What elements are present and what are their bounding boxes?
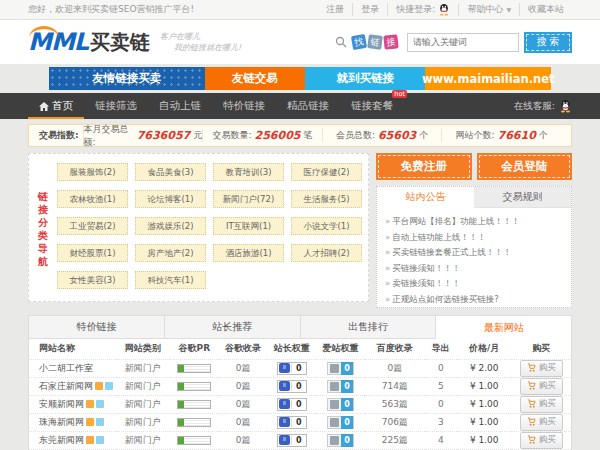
outlinks: 5 [425, 377, 458, 395]
price: ¥ 1.00 [457, 413, 511, 431]
cart-icon [527, 399, 536, 408]
banner-segment-3[interactable]: 就到买链接 [305, 67, 425, 90]
category-link[interactable]: 农林牧渔(1) [57, 190, 128, 208]
nav-item-home[interactable]: 首页 [28, 93, 84, 119]
announcement-item[interactable]: »买链接须知！！！ [385, 261, 563, 277]
baidu-index: 563篇 [365, 395, 425, 413]
nav-item-special-links[interactable]: 特价链接 [212, 93, 276, 119]
aizhan-icon [330, 382, 339, 391]
category-link[interactable]: 女性美容(3) [57, 271, 128, 289]
main-nav: 首页 链接筛选 自动上链 特价链接 精品链接 链接套餐 hot 在线客服: [0, 93, 600, 119]
tab-sales-ranking[interactable]: 出售排行 [301, 316, 437, 338]
baidu-index: 225篇 [365, 431, 425, 449]
category-link[interactable]: 新闻门户(72) [213, 190, 284, 208]
category-link[interactable]: 游戏娱乐(2) [135, 217, 206, 235]
category-link[interactable]: 人才招聘(2) [291, 244, 362, 262]
tab-trade-rules[interactable]: 交易规则 [474, 187, 571, 208]
category-link[interactable]: 小说文学(1) [291, 217, 362, 235]
announcement-item[interactable]: »卖链接须知！！！ [385, 276, 563, 292]
gold-badge-icon [86, 400, 94, 408]
bullet-icon: » [385, 278, 390, 288]
buy-button[interactable]: 购买 [520, 414, 563, 431]
category-link[interactable]: 服装服饰(2) [57, 163, 128, 181]
buy-button[interactable]: 购买 [520, 396, 563, 413]
free-register-button[interactable]: 免费注册 [376, 153, 472, 180]
banner-segment-2[interactable]: 友链交易 [205, 67, 305, 90]
nav-item-auto-link[interactable]: 自动上链 [148, 93, 212, 119]
announcement-item[interactable]: »平台网站【排名】功能上线！！！ [385, 214, 563, 230]
online-service[interactable]: 在线客服: [514, 93, 572, 119]
help-center-link[interactable]: 帮助中心 ▼ [459, 3, 520, 16]
blue-badge-icon [96, 436, 104, 444]
category-link[interactable]: 科技汽车(1) [135, 271, 206, 289]
webmaster-weight-badge: 0 [277, 380, 307, 393]
nav-item-link-packages[interactable]: 链接套餐 hot [340, 93, 404, 119]
google-pr-bar [177, 382, 211, 391]
blue-badge-icon [96, 400, 104, 408]
nav-item-premium-links[interactable]: 精品链接 [276, 93, 340, 119]
quick-login[interactable]: 快捷登录: [388, 3, 459, 16]
nav-item-link-filter[interactable]: 链接筛选 [84, 93, 148, 119]
tab-special-links[interactable]: 特价链接 [29, 316, 165, 338]
site-name-link[interactable]: 小二胡工作室 [39, 363, 93, 373]
qq-icon[interactable] [438, 3, 450, 16]
bookmark-link[interactable]: 收藏本站 [520, 3, 572, 16]
site-name-link[interactable]: 安顺新闻网 [39, 399, 84, 409]
cart-icon [527, 417, 536, 426]
gold-badge-icon [86, 418, 94, 426]
search-input[interactable] [407, 33, 519, 52]
category-link[interactable]: IT互联网(1) [213, 217, 284, 235]
bullet-icon: » [385, 294, 390, 304]
category-link[interactable]: 教育培训(3) [213, 163, 284, 181]
category-link[interactable]: 医疗保健(2) [291, 163, 362, 181]
site-category: 新闻门户 [116, 395, 170, 413]
tab-webmaster-recommend[interactable]: 站长推荐 [165, 316, 301, 338]
stat-member-count: 会员总数:65603个 [322, 129, 442, 142]
category-link[interactable]: 房产地产(2) [135, 244, 206, 262]
category-link[interactable]: 工业贸易(2) [57, 217, 128, 235]
google-index: 0篇 [219, 395, 268, 413]
qq-icon[interactable] [559, 99, 572, 113]
site-name-link[interactable]: 东莞新闻网 [39, 435, 84, 445]
tile-icon: 找 [351, 34, 367, 50]
notice-box: 站内公告 交易规则 »平台网站【排名】功能上线！！！ »自动上链功能上线！！！ … [376, 186, 572, 308]
announcement-item[interactable]: »买卖链链接套餐正式上线！！！ [385, 245, 563, 261]
outlinks: 0 [425, 395, 458, 413]
caret-down-icon: ▼ [506, 6, 511, 13]
price: ¥ 1.00 [457, 395, 511, 413]
price: ¥ 1.00 [457, 431, 511, 449]
member-login-button[interactable]: 会员登陆 [477, 153, 573, 180]
aizhan-weight-badge: 0 [327, 362, 354, 375]
buy-button[interactable]: 购买 [520, 432, 563, 449]
search-button[interactable]: 搜 索 [524, 32, 572, 53]
category-link[interactable]: 酒店旅游(1) [213, 244, 284, 262]
announcement-item[interactable]: »正规站点如何选链接买链接? [385, 292, 563, 308]
cart-icon [527, 381, 536, 390]
site-name-link[interactable]: 珠海新闻网 [39, 417, 84, 427]
google-index: 0篇 [219, 377, 268, 395]
tab-newest-sites[interactable]: 最新网站 [436, 316, 571, 339]
table-row: 小二胡工作室 新闻门户 0篇 0 0 0篇 0 ¥ 2.00 购买 [29, 359, 571, 377]
site-category: 新闻门户 [116, 431, 170, 449]
buy-button[interactable]: 购买 [520, 360, 563, 377]
gold-badge-icon [86, 436, 94, 444]
site-name-link[interactable]: 石家庄新闻网 [39, 381, 93, 391]
register-link[interactable]: 注册 [318, 3, 353, 16]
category-link[interactable]: 财经股票(1) [57, 244, 128, 262]
tab-site-announcements[interactable]: 站内公告 [377, 187, 474, 208]
tile-icon: 接 [383, 34, 398, 49]
weight-icon [279, 363, 290, 373]
side-panel: 免费注册 会员登陆 站内公告 交易规则 »平台网站【排名】功能上线！！！ »自动… [376, 153, 572, 308]
announcement-item[interactable]: »自动上链功能上线！！！ [385, 230, 563, 246]
aizhan-weight-badge: 0 [327, 434, 354, 447]
tile-icon: 链 [367, 34, 383, 50]
category-link[interactable]: 生活服务(5) [291, 190, 362, 208]
login-link[interactable]: 登录 [353, 3, 388, 16]
buy-button[interactable]: 购买 [520, 378, 563, 395]
banner-segment-1[interactable]: 友情链接买卖 [49, 67, 205, 90]
weight-icon [279, 435, 290, 445]
category-link[interactable]: 论坛博客(1) [135, 190, 206, 208]
category-link[interactable]: 食品美食(3) [135, 163, 206, 181]
page-body: 交易指数: 本月交易总额:7636057元 交易数量:256005笔 会员总数:… [28, 124, 572, 450]
banner-segment-url[interactable]: www.maimailian.net [425, 67, 551, 90]
